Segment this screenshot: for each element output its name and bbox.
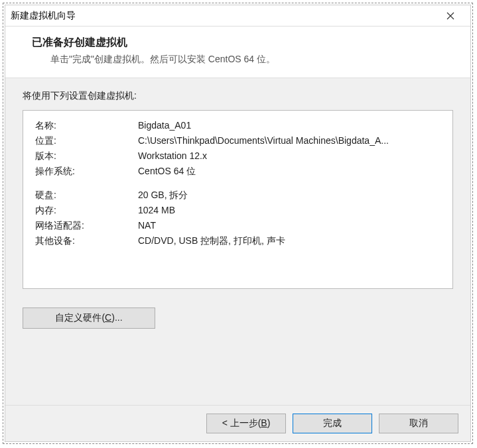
- setting-value: CD/DVD, USB 控制器, 打印机, 声卡: [138, 235, 441, 247]
- setting-row-name: 名称: Bigdata_A01: [35, 120, 441, 132]
- setting-value: NAT: [138, 220, 441, 232]
- setting-value: Workstation 12.x: [138, 150, 441, 162]
- setting-row-memory: 内存: 1024 MB: [35, 205, 441, 217]
- setting-value: C:\Users\Thinkpad\Documents\Virtual Mach…: [138, 135, 441, 147]
- button-bar: < 上一步(B) 完成 取消: [5, 405, 470, 441]
- setting-label: 其他设备:: [35, 235, 138, 247]
- setting-row-location: 位置: C:\Users\Thinkpad\Documents\Virtual …: [35, 135, 441, 147]
- settings-box: 名称: Bigdata_A01 位置: C:\Users\Thinkpad\Do…: [23, 110, 453, 289]
- wizard-window: 新建虚拟机向导 已准备好创建虚拟机 单击"完成"创建虚拟机。然后可以安装 Cen…: [5, 5, 471, 442]
- setting-row-os: 操作系统: CentOS 64 位: [35, 166, 441, 178]
- window-title: 新建虚拟机向导: [11, 10, 76, 22]
- content-area: 将使用下列设置创建虚拟机: 名称: Bigdata_A01 位置: C:\Use…: [5, 78, 470, 405]
- setting-label: 位置:: [35, 135, 138, 147]
- setting-row-version: 版本: Workstation 12.x: [35, 150, 441, 162]
- wizard-header: 已准备好创建虚拟机 单击"完成"创建虚拟机。然后可以安装 CentOS 64 位…: [5, 27, 470, 78]
- setting-row-network: 网络适配器: NAT: [35, 220, 441, 232]
- back-button[interactable]: < 上一步(B): [206, 414, 286, 433]
- finish-button[interactable]: 完成: [293, 414, 372, 433]
- setting-row-other: 其他设备: CD/DVD, USB 控制器, 打印机, 声卡: [35, 235, 441, 247]
- setting-value: Bigdata_A01: [138, 120, 441, 132]
- setting-label: 操作系统:: [35, 166, 138, 178]
- setting-label: 版本:: [35, 150, 138, 162]
- setting-label: 硬盘:: [35, 190, 138, 201]
- cancel-button[interactable]: 取消: [379, 414, 458, 433]
- setting-label: 内存:: [35, 205, 138, 217]
- header-subtitle: 单击"完成"创建虚拟机。然后可以安装 CentOS 64 位。: [25, 54, 450, 66]
- setting-label: 网络适配器:: [35, 220, 138, 232]
- customize-row: 自定义硬件(C)...: [23, 308, 453, 329]
- titlebar: 新建虚拟机向导: [5, 5, 470, 27]
- setting-label: 名称:: [35, 120, 138, 132]
- setting-value: 1024 MB: [138, 205, 441, 217]
- setting-value: 20 GB, 拆分: [138, 190, 441, 201]
- header-title: 已准备好创建虚拟机: [25, 36, 450, 50]
- setting-value: CentOS 64 位: [138, 166, 441, 178]
- customize-hardware-button[interactable]: 自定义硬件(C)...: [23, 308, 155, 329]
- settings-intro: 将使用下列设置创建虚拟机:: [23, 90, 453, 102]
- close-icon[interactable]: [437, 7, 464, 25]
- setting-row-disk: 硬盘: 20 GB, 拆分: [35, 190, 441, 201]
